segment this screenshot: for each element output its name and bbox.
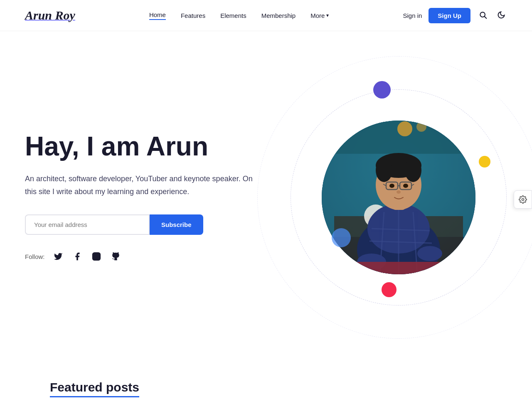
- hero-section: Hay, I am Arun An architect, software de…: [0, 31, 532, 355]
- chevron-down-icon: ▾: [326, 12, 329, 18]
- yellow-dot: [479, 156, 490, 167]
- social-icons: [52, 250, 122, 263]
- navbar: Arun Roy Home Features Elements Membersh…: [0, 0, 532, 31]
- hero-text: Hay, I am Arun An architect, software de…: [25, 132, 290, 264]
- dark-mode-button[interactable]: [495, 9, 507, 22]
- svg-point-8: [397, 121, 412, 136]
- profile-svg: [322, 121, 475, 274]
- github-icon: [111, 252, 120, 261]
- settings-button[interactable]: [514, 190, 532, 209]
- facebook-icon: [73, 252, 82, 261]
- featured-posts-title: Featured posts: [50, 380, 139, 397]
- email-input[interactable]: [25, 214, 150, 235]
- signup-button[interactable]: Sign Up: [429, 8, 470, 23]
- twitter-icon-button[interactable]: [52, 250, 65, 263]
- github-icon-button[interactable]: [109, 250, 122, 263]
- facebook-icon-button[interactable]: [71, 250, 84, 263]
- subscribe-form: Subscribe: [25, 214, 290, 235]
- red-dot: [382, 282, 397, 297]
- svg-point-23: [405, 159, 421, 182]
- logo[interactable]: Arun Roy: [25, 8, 75, 22]
- instagram-icon: [92, 252, 101, 261]
- svg-point-30: [403, 184, 408, 188]
- svg-point-38: [522, 199, 524, 201]
- nav-more-label: More: [310, 12, 325, 19]
- follow-row: Follow:: [25, 250, 290, 263]
- signin-link[interactable]: Sign in: [403, 12, 422, 19]
- nav-membership[interactable]: Membership: [261, 12, 296, 19]
- nav-links: Home Features Elements Membership More ▾: [149, 11, 329, 20]
- svg-point-33: [417, 246, 442, 261]
- svg-point-22: [376, 159, 392, 182]
- hero-image-area: [290, 56, 507, 339]
- blue-dot: [332, 228, 351, 247]
- nav-features[interactable]: Features: [181, 12, 205, 19]
- purple-dot: [373, 81, 391, 99]
- profile-picture: [322, 121, 475, 274]
- featured-section: Featured posts Lifestyle ⭐: [0, 355, 532, 399]
- search-icon: [479, 11, 487, 19]
- subscribe-button[interactable]: Subscribe: [150, 214, 203, 235]
- nav-more[interactable]: More ▾: [310, 12, 329, 19]
- nav-home[interactable]: Home: [149, 11, 166, 20]
- hero-title: Hay, I am Arun: [25, 132, 290, 161]
- nav-actions: Sign in Sign Up: [403, 8, 507, 23]
- logo-text: Arun Roy: [25, 8, 75, 22]
- svg-line-1: [485, 16, 487, 18]
- svg-point-31: [397, 190, 401, 194]
- instagram-icon-button[interactable]: [90, 250, 103, 263]
- settings-icon: [519, 195, 527, 204]
- follow-label: Follow:: [25, 253, 45, 260]
- nav-elements[interactable]: Elements: [220, 12, 246, 19]
- twitter-icon: [54, 252, 63, 261]
- hero-description: An architect, software developer, YouTub…: [25, 172, 258, 198]
- search-button[interactable]: [477, 9, 489, 22]
- svg-point-29: [389, 184, 394, 188]
- moon-icon: [497, 11, 505, 19]
